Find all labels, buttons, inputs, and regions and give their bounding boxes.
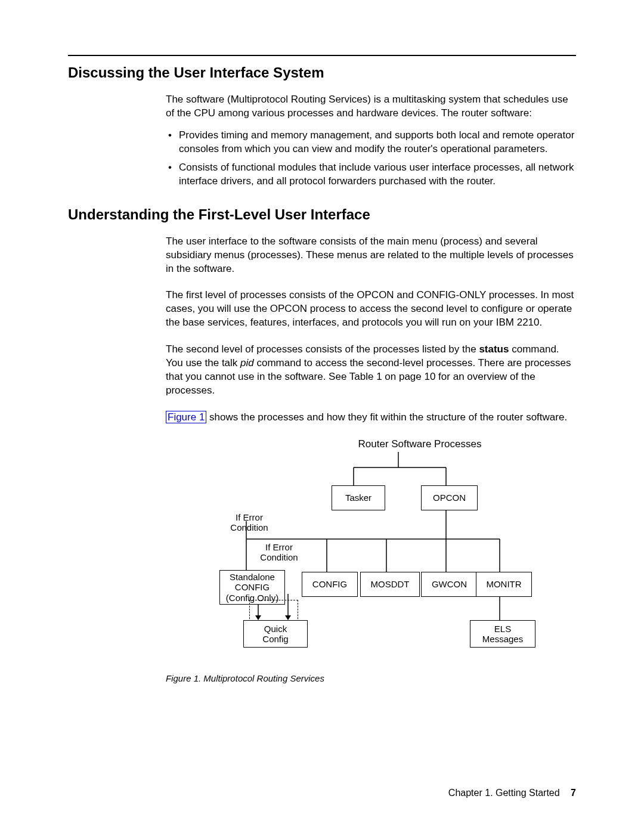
label-iferr-1: If Error Condition — [222, 512, 276, 533]
label-iferr-2: If Error Condition — [252, 542, 306, 563]
section-2-p1: The user interface to the software consi… — [166, 235, 576, 276]
figure-1-link[interactable]: Figure 1 — [166, 411, 206, 423]
box-gwcon: GWCON — [421, 572, 478, 597]
box-els: ELS Messages — [470, 620, 535, 648]
box-monitr: MONITR — [476, 572, 532, 597]
section-2-p3: The second level of processes consists o… — [166, 343, 576, 398]
figure-1-caption: Figure 1. Multiprotocol Routing Services — [166, 673, 576, 685]
top-rule — [68, 55, 576, 56]
figure-1-diagram: Router Software Processes — [166, 438, 644, 664]
section-1-body: The software (Multiprotocol Routing Serv… — [166, 93, 576, 188]
box-config: CONFIG — [302, 572, 358, 597]
p4-rest: shows the processes and how they fit wit… — [206, 411, 567, 423]
section-2-body: The user interface to the software consi… — [166, 235, 576, 685]
p3-a: The second level of processes consists o… — [166, 343, 479, 355]
page-footer: Chapter 1. Getting Started 7 — [448, 788, 576, 798]
section-1-intro: The software (Multiprotocol Routing Serv… — [166, 93, 576, 120]
box-opcon: OPCON — [421, 485, 478, 510]
box-tasker: Tasker — [332, 485, 385, 510]
section-2-heading: Understanding the First-Level User Inter… — [68, 206, 576, 223]
section-1-bullets: Provides timing and memory management, a… — [166, 129, 576, 188]
box-mosddt: MOSDDT — [360, 572, 420, 597]
footer-page-number: 7 — [571, 788, 576, 798]
section-1-heading: Discussing the User Interface System — [68, 64, 576, 81]
page-content: Discussing the User Interface System The… — [68, 55, 576, 685]
section-2-p4: Figure 1 shows the processes and how the… — [166, 411, 576, 425]
bullet-2: Consists of functional modules that incl… — [166, 161, 576, 188]
box-quick-config: Quick Config — [243, 620, 308, 648]
footer-chapter: Chapter 1. Getting Started — [448, 788, 560, 798]
p3-pid: pid — [240, 357, 254, 368]
bullet-1: Provides timing and memory management, a… — [166, 129, 576, 156]
section-2-p2: The first level of processes consists of… — [166, 289, 576, 330]
p3-status: status — [479, 343, 509, 355]
diagram-lines — [166, 438, 644, 664]
